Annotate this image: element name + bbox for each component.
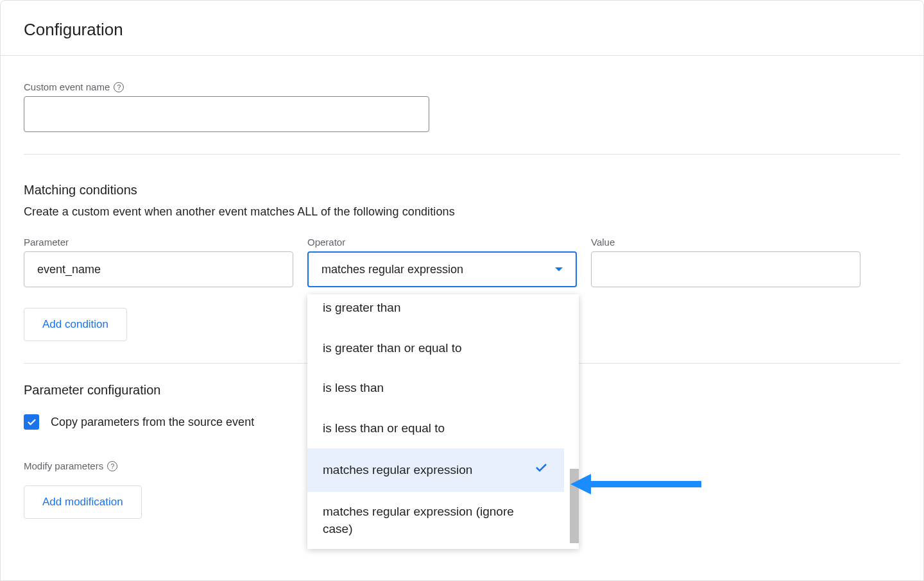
value-field: Value [591, 237, 860, 287]
value-input[interactable] [591, 251, 860, 287]
copy-parameters-label: Copy parameters from the source event [51, 416, 254, 429]
operator-label: Operator [307, 237, 577, 248]
conditions-row: Parameter Operator matches regular expre… [24, 237, 900, 287]
dropdown-item-label: matches regular expression [323, 462, 472, 479]
dropdown-arrow-icon [555, 267, 563, 271]
annotation-arrow [570, 474, 701, 494]
add-modification-button[interactable]: Add modification [24, 485, 142, 519]
parameter-field: Parameter [24, 237, 293, 287]
divider [24, 154, 900, 155]
label-text: Modify parameters [24, 460, 103, 471]
arrow-head-icon [570, 474, 591, 494]
value-label: Value [591, 237, 860, 248]
operator-select[interactable]: matches regular expression [307, 251, 577, 287]
help-icon[interactable]: ? [114, 82, 124, 92]
add-condition-button[interactable]: Add condition [24, 308, 127, 341]
check-icon [533, 460, 549, 480]
dropdown-item-matches-regular-expression-ignore-case[interactable]: matches regular expression (ignore case) [307, 492, 564, 549]
operator-dropdown-menu: is greater than is greater than or equal… [307, 294, 579, 549]
arrow-line [591, 481, 701, 487]
dropdown-item-label: is less than [323, 380, 384, 397]
copy-parameters-checkbox[interactable] [24, 414, 39, 430]
dropdown-item-label: is greater than [323, 299, 400, 317]
custom-event-name-label: Custom event name ? [24, 81, 900, 92]
label-text: Custom event name [24, 81, 110, 92]
parameter-label: Parameter [24, 237, 293, 248]
help-icon[interactable]: ? [107, 461, 117, 471]
operator-selected-value: matches regular expression [321, 263, 463, 276]
parameter-input[interactable] [24, 251, 293, 287]
dropdown-item-is-greater-than-or-equal-to[interactable]: is greater than or equal to [307, 328, 564, 369]
dropdown-item-label: matches regular expression (ignore case) [323, 503, 528, 537]
divider [1, 55, 923, 56]
dropdown-item-label: is greater than or equal to [323, 340, 462, 357]
matching-conditions-description: Create a custom event when another event… [24, 205, 900, 219]
operator-field: Operator matches regular expression [307, 237, 577, 287]
matching-conditions-title: Matching conditions [24, 183, 900, 198]
check-icon [26, 416, 37, 428]
dropdown-item-is-less-than-or-equal-to[interactable]: is less than or equal to [307, 408, 564, 449]
page-title: Configuration [24, 20, 900, 40]
dropdown-item-label: is less than or equal to [323, 420, 445, 437]
dropdown-item-matches-regular-expression[interactable]: matches regular expression [307, 448, 564, 492]
dropdown-item-is-greater-than[interactable]: is greater than [307, 299, 564, 328]
custom-event-name-input[interactable] [24, 96, 429, 132]
dropdown-item-is-less-than[interactable]: is less than [307, 368, 564, 408]
